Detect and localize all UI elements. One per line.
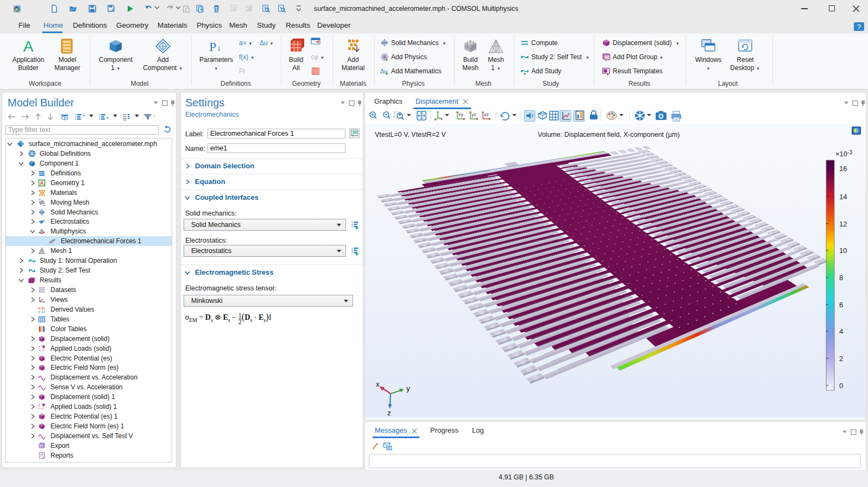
svg-text:8.85: 8.85	[39, 306, 45, 309]
svg-text:VtestL=0 V, VtestR=2 V: VtestL=0 V, VtestR=2 V	[375, 131, 446, 138]
svg-text:4: 4	[839, 327, 843, 336]
svg-text:14: 14	[839, 193, 847, 201]
svg-text:0: 0	[839, 382, 843, 390]
svg-text:16: 16	[839, 165, 847, 173]
svg-text:12: 12	[839, 220, 847, 228]
svg-text:i: i	[218, 44, 220, 53]
svg-text:2: 2	[839, 355, 843, 363]
svg-text:6: 6	[839, 301, 843, 309]
svg-text:P: P	[209, 40, 216, 54]
svg-text:y: y	[406, 384, 410, 393]
svg-text:10: 10	[839, 246, 847, 255]
svg-text:A: A	[23, 38, 34, 54]
svg-text:z: z	[387, 409, 391, 417]
svg-text:xy: xy	[458, 112, 464, 117]
svg-text:x: x	[376, 380, 380, 388]
svg-text:yz: yz	[471, 112, 477, 117]
svg-text:xz: xz	[484, 112, 489, 117]
svg-text:e-12: e-12	[39, 310, 46, 313]
svg-text:8: 8	[839, 274, 843, 282]
svg-text:Volume: Displacement field, X-: Volume: Displacement field, X-component …	[538, 131, 680, 138]
